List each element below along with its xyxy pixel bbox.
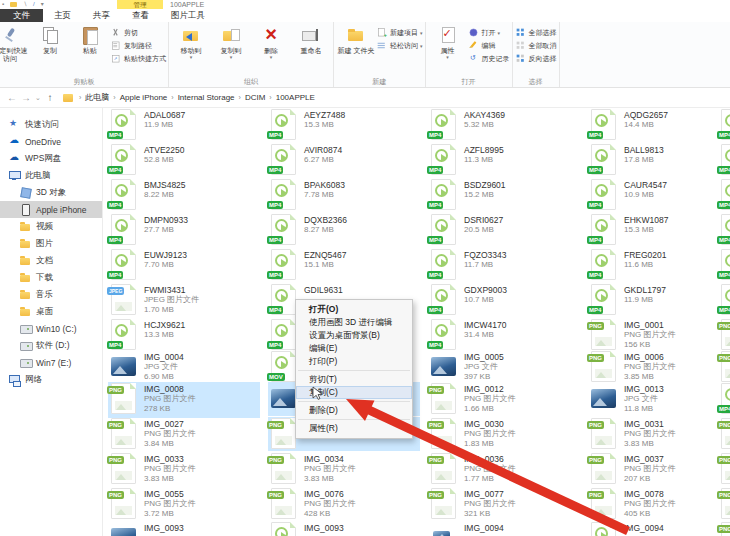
quick-access-toolbar[interactable]: ▪ ∖ / ▾: [2, 0, 44, 9]
tab-picture-tools[interactable]: 图片工具: [160, 9, 216, 22]
file-item-freg0201[interactable]: MP4FREG020111.6 MB: [588, 248, 730, 282]
ribbon-button[interactable]: 复制: [30, 23, 70, 55]
up-button[interactable]: ↑: [43, 92, 57, 103]
back-button[interactable]: ←: [5, 92, 19, 103]
file-item-img_0034[interactable]: PNGIMG_0034PNG 图片文件3.83 MB: [268, 452, 420, 488]
ribbon-small-button[interactable]: 全部取消: [515, 39, 557, 52]
file-item-caur4547[interactable]: MP4CAUR454710.9 MB: [588, 178, 730, 212]
context-menu-item[interactable]: 打开(O): [296, 303, 412, 316]
ribbon-button[interactable]: 移动到▾: [171, 23, 211, 60]
breadcrumb-segment[interactable]: 此电脑: [83, 92, 111, 103]
file-item-gkdl1797[interactable]: MP4GKDL179711.9 MB: [588, 283, 730, 317]
file-item-eznq5467[interactable]: MP4EZNQ546715.1 MB: [268, 248, 420, 282]
file-item-partial[interactable]: MP4: [718, 108, 730, 142]
file-item-img_0055[interactable]: PNGIMG_0055PNG 图片文件3.72 MB: [108, 487, 260, 523]
file-item-img_0013[interactable]: IMG_0013JPG 文件11.8 MB: [588, 382, 730, 418]
file-item-partial[interactable]: MP4: [718, 248, 730, 282]
sidebar-item-文档[interactable]: 文档: [0, 252, 102, 269]
tab-file[interactable]: 文件: [0, 9, 43, 22]
tab-view[interactable]: 查看: [121, 9, 160, 22]
file-item-bsdz9601[interactable]: MP4BSDZ960115.2 MB: [428, 178, 580, 212]
ribbon-small-button[interactable]: 新建项目▾: [376, 26, 423, 39]
file-item-img_0093[interactable]: IMG_0093: [108, 521, 260, 536]
sidebar-item-此电脑[interactable]: 此电脑: [0, 167, 102, 184]
file-item-img_0037[interactable]: PNGIMG_0037PNG 图片文件207 KB: [588, 452, 730, 488]
file-item-img_0012[interactable]: PNGIMG_0012PNG 图片文件1.66 MB: [428, 382, 580, 418]
ribbon-small-button[interactable]: 打开▾: [468, 26, 510, 39]
file-item-img_0077[interactable]: PNGIMG_0077PNG 图片文件321 KB: [428, 487, 580, 523]
tab-share[interactable]: 共享: [82, 9, 121, 22]
ribbon-small-button[interactable]: 全部选择: [515, 26, 557, 39]
file-item-img_0030[interactable]: PNGIMG_0030PNG 图片文件1.83 MB: [428, 417, 580, 453]
sidebar-item-网络[interactable]: 网络: [0, 371, 102, 388]
file-item-dmpn0933[interactable]: MP4DMPN093327.7 MB: [108, 213, 260, 247]
ribbon-small-button[interactable]: 复制路径: [110, 39, 166, 52]
file-item-img_0005[interactable]: IMG_0005JPG 文件397 KB: [428, 350, 580, 386]
file-item-aeyz7488[interactable]: MP4AEYZ748815.3 MB: [268, 108, 420, 142]
sidebar-item-视频[interactable]: 视频: [0, 218, 102, 235]
file-item-partial[interactable]: MP4: [718, 178, 730, 212]
ribbon-button[interactable]: 删除▾: [251, 23, 291, 60]
file-item-img_0031[interactable]: PNGIMG_0031PNG 图片文件3.83 MB: [588, 417, 730, 453]
file-item-avir0874[interactable]: MP4AVIR08746.27 MB: [268, 143, 420, 177]
file-item-hcjx9621[interactable]: MP4HCJX962113.3 MB: [108, 318, 260, 352]
ribbon-small-button[interactable]: 反向选择: [515, 52, 557, 65]
context-menu-item[interactable]: 删除(D): [296, 404, 412, 417]
sidebar-item-快速访问[interactable]: 快速访问: [0, 116, 102, 133]
file-item-img_0036[interactable]: PNGIMG_0036PNG 图片文件1.77 MB: [428, 452, 580, 488]
ribbon-button[interactable]: 粘贴: [70, 23, 110, 55]
file-item-img_0033[interactable]: PNGIMG_0033PNG 图片文件3.83 MB: [108, 452, 260, 488]
file-item-partial[interactable]: PNG: [718, 350, 730, 384]
file-item-partial[interactable]: PNG: [718, 452, 730, 486]
file-item-azfl8995[interactable]: MP4AZFL899511.3 MB: [428, 143, 580, 177]
context-menu-item[interactable]: 使用画图 3D 进行编辑: [296, 316, 412, 329]
context-menu-item[interactable]: 编辑(E): [296, 342, 412, 355]
sidebar-item-3d-对象[interactable]: 3D 对象: [0, 184, 102, 201]
ribbon-small-button[interactable]: 粘贴快捷方式: [110, 52, 166, 65]
file-item-img_0094[interactable]: MP4IMG_0094: [588, 521, 730, 536]
sidebar-item-下载[interactable]: 下载: [0, 269, 102, 286]
ribbon-small-button[interactable]: 编辑: [468, 39, 510, 52]
file-item-partial[interactable]: PNG: [718, 318, 730, 352]
sidebar-item-音乐[interactable]: 音乐: [0, 286, 102, 303]
ribbon-small-button[interactable]: 剪切: [110, 26, 166, 39]
file-item-img_0078[interactable]: PNGIMG_0078PNG 图片文件405 KB: [588, 487, 730, 523]
file-item-img_0093[interactable]: MP4IMG_0093: [268, 521, 420, 536]
history-dropdown[interactable]: ⌄: [33, 94, 43, 102]
ribbon-small-button[interactable]: 历史记录: [468, 52, 510, 65]
ribbon-button[interactable]: 复制到▾: [211, 23, 251, 60]
sidebar-item-apple-iphone[interactable]: Apple iPhone: [0, 201, 102, 218]
ribbon-button[interactable]: 新建 文件夹: [336, 23, 376, 55]
file-item-partial[interactable]: PNG: [718, 487, 730, 521]
ribbon-small-button[interactable]: 轻松访问▾: [376, 39, 423, 52]
file-item-img_0076[interactable]: PNGIMG_0076PNG 图片文件428 KB: [268, 487, 420, 523]
file-item-aqdg2657[interactable]: MP4AQDG265714.4 MB: [588, 108, 730, 142]
breadcrumb-segment[interactable]: 100APPLE: [274, 93, 317, 102]
file-item-fwmi3431[interactable]: JPEGFWMI3431JPEG 图片文件1.70 MB: [108, 283, 260, 319]
breadcrumb-segment[interactable]: Internal Storage: [176, 93, 237, 102]
ribbon-button[interactable]: 属性▾: [428, 23, 468, 60]
tab-home[interactable]: 主页: [43, 9, 82, 22]
breadcrumb-segment[interactable]: Apple iPhone: [118, 93, 170, 102]
file-item-dqxb2366[interactable]: MP4DQXB23668.27 MB: [268, 213, 420, 247]
file-item-atve2250[interactable]: MP4ATVE225052.8 MB: [108, 143, 260, 177]
forward-button[interactable]: →: [19, 92, 33, 103]
file-item-partial[interactable]: MP4: [718, 213, 730, 247]
context-menu-item[interactable]: 复制(C): [296, 386, 412, 399]
file-item-img_0094[interactable]: IMG_0094: [428, 521, 580, 536]
sidebar-item-软件-d-[interactable]: 软件 (D:): [0, 337, 102, 354]
file-item-bmjs4825[interactable]: MP4BMJS48258.22 MB: [108, 178, 260, 212]
file-item-img_0027[interactable]: PNGIMG_0027PNG 图片文件3.84 MB: [108, 417, 260, 453]
context-menu-item[interactable]: 打印(P): [296, 355, 412, 368]
file-item-adal0687[interactable]: MP4ADAL068711.9 MB: [108, 108, 260, 142]
file-item-img_0001[interactable]: PNGIMG_0001PNG 图片文件156 KB: [588, 318, 730, 354]
file-item-partial[interactable]: MP4: [718, 382, 730, 416]
file-item-partial[interactable]: PNG: [718, 521, 730, 536]
file-item-bpak6083[interactable]: MP4BPAK60837.78 MB: [268, 178, 420, 212]
sidebar-item-win7-e-[interactable]: Win7 (E:): [0, 354, 102, 371]
sidebar-item-桌面[interactable]: 桌面: [0, 303, 102, 320]
file-item-fqzo3343[interactable]: MP4FQZO334311.7 MB: [428, 248, 580, 282]
file-item-img_0006[interactable]: PNGIMG_0006PNG 图片文件3.85 MB: [588, 350, 730, 386]
context-menu-item[interactable]: 设置为桌面背景(B): [296, 329, 412, 342]
ribbon-button[interactable]: 固定到快速访问: [0, 23, 30, 63]
